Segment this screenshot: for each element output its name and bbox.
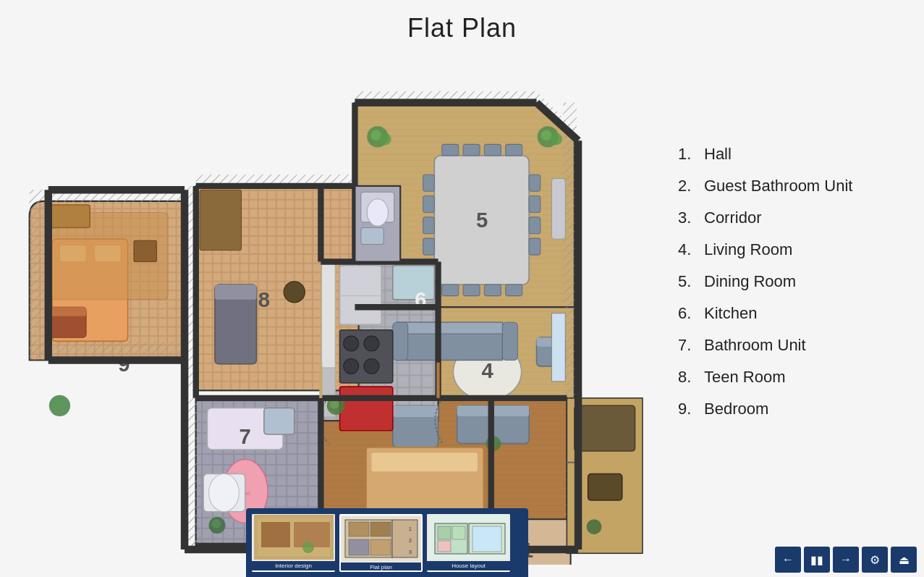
- legend-label-5: Dining Room: [704, 272, 796, 291]
- legend-label-4: Living Room: [704, 240, 792, 259]
- svg-point-74: [364, 336, 379, 351]
- svg-rect-99: [48, 205, 90, 227]
- svg-rect-42: [484, 285, 501, 296]
- svg-point-98: [53, 399, 64, 410]
- svg-rect-146: [361, 227, 383, 244]
- svg-rect-36: [442, 144, 459, 156]
- svg-point-104: [209, 473, 240, 511]
- legend-item-8: 8. Teen Room: [678, 368, 902, 387]
- legend-panel: 1. Hall 2. Guest Bathroom Unit 3. Corrid…: [678, 145, 902, 431]
- thumb-interior-label: Interior design: [252, 561, 335, 570]
- thumb-interior-preview: [252, 514, 335, 561]
- svg-rect-156: [370, 522, 391, 536]
- legend-num-9: 9.: [678, 400, 704, 418]
- svg-rect-70: [321, 264, 335, 369]
- svg-rect-85: [200, 190, 242, 250]
- thumb-flat-plan[interactable]: 1 2 3 Flat plan: [339, 514, 423, 572]
- svg-rect-168: [472, 526, 501, 552]
- thumb-house-layout[interactable]: House layout: [427, 514, 510, 572]
- settings-button[interactable]: ⚙: [862, 547, 888, 573]
- thumb-interior-design[interactable]: Interior design: [252, 514, 335, 572]
- svg-rect-38: [484, 144, 501, 156]
- svg-rect-58: [551, 178, 565, 239]
- svg-point-107: [212, 519, 221, 528]
- legend-label-9: Bedroom: [704, 400, 768, 418]
- legend-label-3: Corridor: [704, 209, 761, 227]
- svg-point-145: [367, 199, 388, 227]
- bottom-toolbar: ← ▮▮ → ⚙ ⏏: [775, 547, 917, 573]
- svg-rect-77: [340, 266, 382, 325]
- svg-text:5: 5: [476, 208, 488, 232]
- svg-rect-43: [506, 285, 522, 296]
- legend-item-1: 1. Hall: [678, 145, 902, 164]
- thumb-flatplan-label: Flat plan: [341, 563, 421, 572]
- svg-rect-39: [506, 144, 522, 156]
- svg-rect-154: [392, 520, 418, 557]
- svg-rect-116: [575, 405, 635, 451]
- legend-num-5: 5.: [678, 272, 704, 291]
- svg-text:3: 3: [409, 549, 412, 555]
- legend-num-6: 6.: [678, 304, 704, 323]
- svg-rect-165: [438, 526, 451, 539]
- legend-item-2: 2. Guest Bathroom Unit: [678, 177, 902, 195]
- svg-text:1: 1: [409, 526, 412, 531]
- svg-rect-142: [436, 363, 439, 398]
- svg-rect-149: [261, 522, 290, 547]
- svg-rect-167: [438, 541, 451, 552]
- svg-rect-105: [264, 408, 294, 434]
- svg-rect-66: [393, 405, 438, 417]
- thumbnail-bar: Interior design 1 2 3 Flat plan: [246, 508, 528, 577]
- floorplan-container: 5 4: [22, 72, 673, 565]
- legend-label-1: Hall: [704, 145, 732, 164]
- svg-rect-141: [319, 363, 322, 398]
- legend-num-8: 8.: [678, 368, 704, 387]
- svg-point-75: [344, 358, 359, 374]
- svg-rect-158: [370, 539, 391, 555]
- svg-point-56: [541, 130, 552, 141]
- svg-text:2: 2: [409, 538, 412, 543]
- svg-rect-47: [423, 238, 435, 255]
- thumb-flatplan-preview: 1 2 3: [341, 515, 421, 563]
- legend-label-6: Kitchen: [704, 304, 757, 323]
- svg-rect-22: [30, 201, 43, 361]
- legend-item-4: 4. Living Room: [678, 240, 902, 259]
- page-title: Flat Plan: [0, 13, 924, 43]
- svg-text:8: 8: [258, 287, 270, 311]
- forward-button[interactable]: →: [833, 547, 859, 573]
- svg-text:4: 4: [481, 358, 493, 382]
- svg-rect-61: [393, 322, 408, 360]
- svg-rect-83: [215, 285, 257, 300]
- svg-point-151: [302, 542, 314, 553]
- svg-point-73: [344, 336, 359, 351]
- svg-rect-51: [529, 238, 541, 255]
- legend-item-7: 7. Bathroom Unit: [678, 336, 902, 355]
- back-button[interactable]: ←: [775, 547, 801, 573]
- svg-rect-155: [349, 522, 369, 536]
- legend-label-2: Guest Bathroom Unit: [704, 177, 852, 195]
- svg-rect-166: [452, 526, 465, 539]
- legend-num-1: 1.: [678, 145, 704, 164]
- legend-num-7: 7.: [678, 336, 704, 355]
- svg-point-76: [364, 358, 379, 374]
- svg-rect-50: [529, 217, 541, 234]
- svg-rect-49: [529, 196, 541, 213]
- svg-rect-23: [30, 341, 185, 355]
- svg-point-86: [284, 282, 305, 303]
- svg-rect-40: [442, 285, 459, 296]
- svg-rect-48: [529, 174, 541, 191]
- svg-rect-81: [340, 387, 393, 431]
- legend-num-2: 2.: [678, 177, 704, 195]
- svg-point-54: [379, 133, 391, 146]
- svg-rect-157: [349, 539, 369, 555]
- exit-button[interactable]: ⏏: [891, 547, 917, 573]
- legend-num-4: 4.: [678, 240, 704, 259]
- svg-rect-79: [393, 266, 435, 300]
- legend-label-7: Bathroom Unit: [704, 336, 806, 355]
- svg-rect-95: [48, 307, 86, 316]
- legend-label-8: Teen Room: [704, 368, 786, 387]
- legend-num-3: 3.: [678, 209, 704, 227]
- legend-item-3: 3. Corridor: [678, 209, 902, 227]
- svg-rect-46: [423, 217, 435, 234]
- svg-rect-41: [463, 285, 480, 296]
- pause-button[interactable]: ▮▮: [804, 547, 830, 573]
